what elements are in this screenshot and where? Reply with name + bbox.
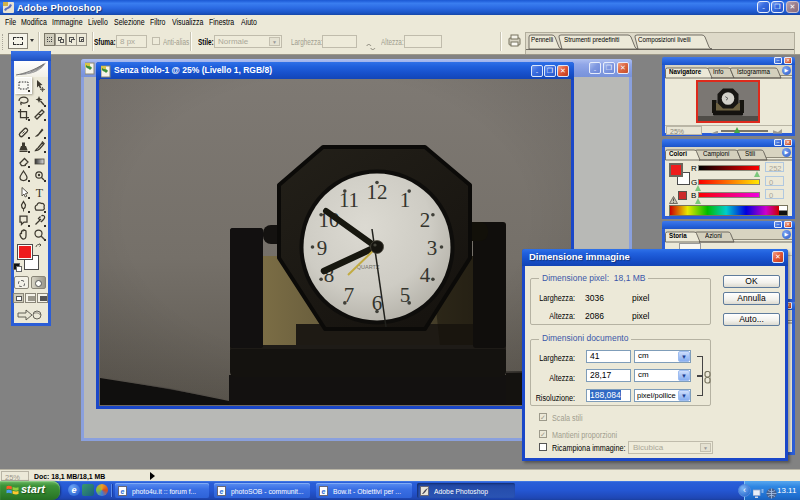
svg-text:T: T [36,186,44,199]
svg-text:9: 9 [317,236,328,260]
svg-text:3: 3 [427,236,438,260]
svg-text:11: 11 [339,188,359,212]
svg-text:2: 2 [420,208,431,232]
svg-text:4: 4 [420,263,431,287]
